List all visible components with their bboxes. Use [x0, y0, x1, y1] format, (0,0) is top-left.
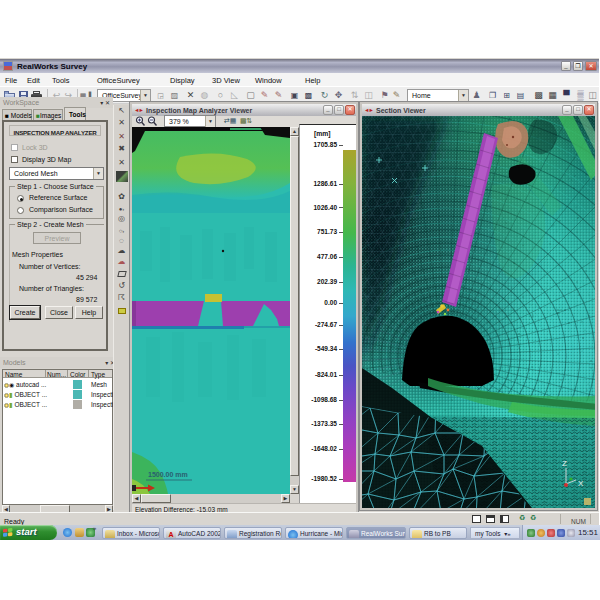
svg-text:1500.00 mm: 1500.00 mm	[148, 471, 188, 478]
svg-text:Z: Z	[562, 459, 567, 468]
svg-text:X: X	[578, 479, 584, 488]
